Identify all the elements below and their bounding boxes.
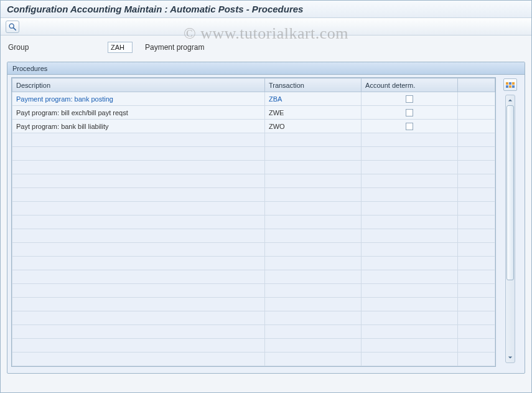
table-body: Payment program: bank postingZBAPayt pro… <box>12 92 495 366</box>
cell-empty <box>458 202 495 215</box>
cell-empty <box>264 174 361 188</box>
cell-description[interactable]: Payt program: bill exch/bill payt reqst <box>12 106 265 120</box>
toolbar <box>1 18 531 36</box>
cell-empty <box>362 161 458 174</box>
cell-empty <box>362 215 458 229</box>
col-account-determ[interactable]: Account determ. <box>362 78 458 92</box>
cell-account-determ[interactable] <box>362 92 458 106</box>
cell-empty <box>362 188 458 202</box>
col-blank <box>458 78 495 92</box>
cell-empty <box>12 325 265 339</box>
cell-empty <box>264 270 361 284</box>
table-row[interactable] <box>12 257 495 270</box>
group-label: Group <box>8 43 108 52</box>
cell-transaction[interactable]: ZBA <box>264 92 361 106</box>
cell-empty <box>264 298 361 311</box>
app-window: Configuration Accounting Maintain : Auto… <box>0 0 532 393</box>
search-button[interactable] <box>6 21 19 33</box>
table-settings-button[interactable] <box>503 78 517 91</box>
cell-account-determ[interactable] <box>362 120 458 133</box>
cell-empty <box>362 202 458 215</box>
cell-empty <box>12 215 265 229</box>
cell-empty <box>264 284 361 298</box>
table-row[interactable]: Payt program: bill exch/bill payt reqstZ… <box>12 106 495 120</box>
table-row[interactable] <box>12 202 495 215</box>
table-row[interactable] <box>12 353 495 366</box>
col-description[interactable]: Description <box>12 78 265 92</box>
table-row[interactable]: Payt program: bank bill liabilityZWO <box>12 120 495 133</box>
title-bar: Configuration Accounting Maintain : Auto… <box>1 1 531 18</box>
cell-empty <box>458 243 495 257</box>
cell-empty <box>264 202 361 215</box>
cell-description[interactable]: Payment program: bank posting <box>12 92 265 106</box>
scroll-up-button[interactable] <box>506 97 514 104</box>
cell-empty <box>362 311 458 325</box>
cell-empty <box>264 215 361 229</box>
cell-empty <box>12 270 265 284</box>
search-icon <box>8 22 17 31</box>
table-row[interactable] <box>12 298 495 311</box>
cell-empty <box>12 339 265 353</box>
cell-description[interactable]: Payt program: bank bill liability <box>12 120 265 133</box>
cell-empty <box>264 325 361 339</box>
cell-empty <box>458 257 495 270</box>
cell-transaction[interactable]: ZWO <box>264 120 361 133</box>
table-row[interactable] <box>12 325 495 339</box>
group-description: Payment program <box>145 43 204 52</box>
cell-empty <box>458 174 495 188</box>
checkbox-icon[interactable] <box>406 109 413 116</box>
col-transaction[interactable]: Transaction <box>264 78 361 92</box>
table-row[interactable] <box>12 243 495 257</box>
vertical-scrollbar[interactable] <box>505 95 515 363</box>
table-row[interactable] <box>12 284 495 298</box>
cell-empty <box>362 325 458 339</box>
checkbox-icon[interactable] <box>406 123 413 130</box>
table-row[interactable]: Payment program: bank postingZBA <box>12 92 495 106</box>
procedures-panel-body: Description Transaction Account determ. … <box>7 75 525 373</box>
table-row[interactable] <box>12 270 495 284</box>
chevron-up-icon <box>508 98 513 103</box>
cell-empty <box>458 325 495 339</box>
procedures-table-wrap: Description Transaction Account determ. … <box>11 77 496 367</box>
table-row[interactable] <box>12 215 495 229</box>
table-row[interactable] <box>12 339 495 353</box>
scroll-down-button[interactable] <box>506 354 514 361</box>
table-row[interactable] <box>12 174 495 188</box>
table-side-controls <box>496 77 521 367</box>
cell-empty <box>264 161 361 174</box>
cell-empty <box>264 353 361 366</box>
scroll-track[interactable] <box>506 104 515 354</box>
cell-account-determ[interactable] <box>362 106 458 120</box>
cell-empty <box>12 174 265 188</box>
svg-line-1 <box>14 27 16 30</box>
table-row[interactable] <box>12 311 495 325</box>
cell-empty <box>458 133 495 147</box>
table-row[interactable] <box>12 188 495 202</box>
cell-empty <box>458 147 495 161</box>
checkbox-icon[interactable] <box>406 95 413 103</box>
table-row[interactable] <box>12 147 495 161</box>
cell-empty <box>12 161 265 174</box>
table-row[interactable] <box>12 229 495 243</box>
cell-transaction[interactable]: ZWE <box>264 106 361 120</box>
cell-empty <box>458 353 495 366</box>
scroll-thumb[interactable] <box>506 105 514 280</box>
cell-empty <box>458 339 495 353</box>
cell-empty <box>12 133 265 147</box>
cell-empty <box>264 311 361 325</box>
table-row[interactable] <box>12 161 495 174</box>
cell-empty <box>458 270 495 284</box>
table-row[interactable] <box>12 133 495 147</box>
svg-point-0 <box>9 24 14 28</box>
cell-empty <box>12 284 265 298</box>
cell-empty <box>12 202 265 215</box>
cell-empty <box>362 243 458 257</box>
table-header-row: Description Transaction Account determ. <box>12 78 495 92</box>
page-title: Configuration Accounting Maintain : Auto… <box>7 4 303 14</box>
cell-blank <box>458 92 495 106</box>
procedures-panel-title: Procedures <box>7 62 525 75</box>
group-value-field[interactable]: ZAH <box>108 42 133 53</box>
cell-empty <box>12 229 265 243</box>
cell-empty <box>362 147 458 161</box>
cell-empty <box>458 284 495 298</box>
